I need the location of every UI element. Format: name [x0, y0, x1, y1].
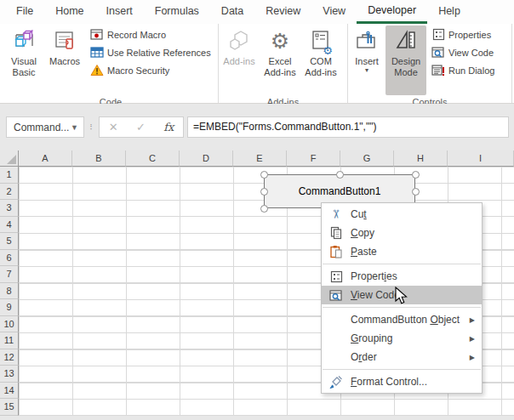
visual-basic-label: Visual Basic — [3, 56, 44, 77]
row-header[interactable]: 13 — [0, 366, 19, 383]
record-macro-icon — [89, 28, 105, 41]
resize-handle-top-center[interactable] — [336, 171, 344, 179]
tab-insert[interactable]: Insert — [95, 0, 144, 24]
menu-item-cut[interactable]: ✂ Cut — [322, 205, 482, 224]
name-box-value: Command... — [7, 122, 71, 133]
resize-handle-mid-left[interactable] — [260, 188, 268, 196]
resize-handle-top-left[interactable] — [260, 171, 268, 179]
column-headers: A B C D E F G H I — [19, 150, 514, 167]
menu-item-commandbutton-object[interactable]: CommandButton Object ▶ — [322, 310, 482, 329]
record-macro-label: Record Macro — [107, 30, 166, 40]
use-relative-references-button[interactable]: Use Relative References — [87, 43, 214, 61]
row-header[interactable]: 8 — [0, 283, 19, 300]
row-header[interactable]: 1 — [0, 167, 19, 184]
tab-home[interactable]: Home — [44, 0, 94, 24]
excel-add-ins-label: Excel Add-ins — [260, 56, 300, 77]
column-header[interactable]: C — [126, 150, 180, 167]
format-control-icon — [322, 375, 351, 389]
use-relative-references-label: Use Relative References — [107, 48, 211, 58]
column-header[interactable]: I — [448, 150, 514, 167]
column-header[interactable]: G — [340, 150, 394, 167]
design-mode-button[interactable]: Design Mode — [386, 26, 426, 95]
formula-input[interactable]: =EMBED("Forms.CommandButton.1","") — [187, 116, 509, 138]
add-ins-button: Add-ins — [219, 26, 260, 95]
row-header[interactable]: 14 — [0, 383, 19, 400]
properties-icon — [322, 270, 351, 283]
menu-item-properties[interactable]: Properties — [322, 267, 482, 286]
properties-icon — [431, 28, 446, 41]
tab-formulas[interactable]: Formulas — [144, 0, 210, 24]
resize-handle-bottom-left[interactable] — [260, 205, 268, 213]
column-header[interactable]: E — [233, 150, 287, 167]
row-header[interactable]: 9 — [0, 299, 19, 316]
row-header[interactable]: 4 — [0, 217, 19, 234]
menu-separator — [323, 264, 481, 264]
macros-icon — [53, 28, 77, 54]
resize-handle-mid-right[interactable] — [412, 188, 420, 196]
resize-handle-top-right[interactable] — [412, 171, 420, 179]
select-all-corner[interactable] — [0, 150, 19, 167]
submenu-arrow-icon: ▶ — [470, 335, 475, 343]
tab-data[interactable]: Data — [210, 0, 254, 24]
column-header[interactable]: H — [394, 150, 448, 167]
design-mode-icon — [394, 28, 418, 54]
macros-button[interactable]: Macros — [44, 26, 85, 95]
com-add-ins-gear-icon: ⚙ — [323, 45, 333, 56]
relative-references-icon — [89, 46, 105, 59]
excel-add-ins-button[interactable]: ⚙ Excel Add-ins — [260, 26, 300, 95]
enter-icon[interactable]: ✓ — [136, 121, 146, 133]
ribbon-group-addins: Add-ins ⚙ Excel Add-ins ⚙ COM — [219, 24, 348, 103]
record-macro-button[interactable]: Record Macro — [87, 26, 214, 43]
tab-help[interactable]: Help — [427, 0, 471, 24]
row-header[interactable]: 6 — [0, 250, 19, 267]
row-header[interactable]: 15 — [0, 399, 19, 416]
run-dialog-button[interactable]: Run Dialog — [428, 61, 497, 79]
row-header[interactable]: 5 — [0, 233, 19, 250]
row-header[interactable]: 7 — [0, 266, 19, 283]
run-dialog-label: Run Dialog — [448, 65, 494, 76]
tab-file[interactable]: File — [5, 0, 44, 24]
com-add-ins-button[interactable]: ⚙ COM Add-ins — [300, 26, 341, 95]
grid-bottom-strip — [0, 416, 514, 420]
row-header[interactable]: 12 — [0, 349, 19, 366]
column-header[interactable]: B — [72, 150, 126, 167]
column-header[interactable]: D — [180, 150, 233, 167]
menu-item-format-control[interactable]: Format Control... — [322, 372, 482, 391]
paste-icon — [322, 245, 351, 258]
row-header[interactable]: 10 — [0, 316, 19, 333]
menu-item-paste[interactable]: Paste — [322, 242, 482, 261]
menu-separator — [323, 369, 481, 370]
tab-developer[interactable]: Developer — [357, 0, 427, 24]
submenu-arrow-icon: ▶ — [470, 316, 475, 324]
insert-control-button[interactable]: Insert ▾ — [348, 26, 386, 95]
add-ins-label: Add-ins — [223, 56, 254, 67]
view-code-button[interactable]: View Code — [428, 43, 497, 61]
menu-item-grouping[interactable]: Grouping ▶ — [322, 329, 482, 348]
row-header[interactable]: 3 — [0, 200, 19, 217]
row-header[interactable]: 11 — [0, 332, 19, 349]
menu-item-copy[interactable]: Copy — [322, 224, 482, 242]
tab-review[interactable]: Review — [254, 0, 311, 24]
properties-button[interactable]: Properties — [428, 26, 497, 43]
run-dialog-icon — [431, 64, 446, 77]
tab-view[interactable]: View — [311, 0, 357, 24]
row-header[interactable]: 2 — [0, 184, 19, 201]
name-box[interactable]: Command... ▼ — [6, 116, 84, 138]
cancel-icon[interactable]: ✕ — [109, 121, 118, 133]
ribbon-tab-bar: File Home Insert Formulas Data Review Vi… — [0, 0, 514, 24]
name-box-dropdown-icon[interactable]: ▼ — [71, 123, 83, 132]
macros-label: Macros — [49, 56, 80, 67]
view-code-icon — [322, 289, 351, 302]
insert-dropdown-arrow-icon[interactable]: ▾ — [365, 67, 368, 74]
macro-security-button[interactable]: Macro Security — [87, 61, 214, 79]
insert-function-icon[interactable]: fx — [163, 121, 174, 133]
menu-separator — [323, 307, 481, 308]
excel-add-ins-gear-icon: ⚙ — [271, 28, 289, 54]
view-code-label: View Code — [448, 48, 494, 58]
visual-basic-button[interactable]: Visual Basic — [3, 26, 44, 95]
view-code-icon — [431, 46, 446, 59]
column-header[interactable]: F — [287, 150, 340, 167]
insert-control-label: Insert — [355, 56, 379, 67]
column-header[interactable]: A — [19, 150, 72, 167]
menu-item-order[interactable]: Order ▶ — [322, 348, 482, 366]
